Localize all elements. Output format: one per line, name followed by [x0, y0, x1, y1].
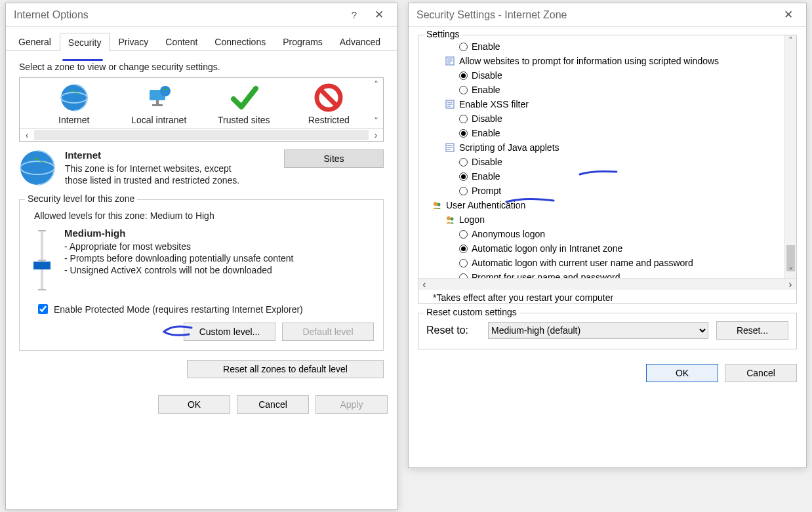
ok-button[interactable]: OK	[646, 364, 718, 382]
tree-option[interactable]: Automatic logon with current user name a…	[445, 256, 794, 270]
svg-point-14	[437, 203, 441, 207]
scroll-right-icon[interactable]: ›	[784, 279, 796, 290]
tree-option[interactable]: Disable	[445, 155, 794, 169]
zone-hscroll[interactable]: ‹ ›	[20, 128, 383, 141]
tree-hscroll[interactable]: ‹ ›	[418, 278, 796, 290]
scroll-left-icon[interactable]: ‹	[418, 279, 430, 290]
cancel-button[interactable]: Cancel	[725, 364, 797, 382]
tree-option[interactable]: Automatic logon only in Intranet zone	[445, 241, 794, 256]
sites-button[interactable]: Sites	[284, 149, 384, 168]
radio-icon[interactable]	[459, 230, 468, 239]
zone-instruction: Select a zone to view or change security…	[19, 62, 384, 72]
tree-option[interactable]: Disable	[445, 111, 794, 126]
radio-icon[interactable]	[459, 245, 468, 253]
zone-scroll-down[interactable]: ˅	[370, 116, 382, 127]
custom-level-button[interactable]: Custom level...	[184, 323, 275, 341]
tree-option[interactable]: Enable	[445, 83, 794, 97]
radio-icon[interactable]	[459, 158, 468, 167]
category-label: Logon	[459, 214, 485, 225]
svg-rect-4	[152, 104, 163, 106]
reset-legend: Reset custom settings	[424, 307, 519, 317]
tree-option[interactable]: Enable	[445, 126, 794, 140]
users-icon	[432, 200, 442, 210]
radio-icon[interactable]	[459, 115, 468, 123]
scroll-right[interactable]: ›	[369, 130, 383, 140]
globe-icon	[60, 83, 89, 112]
zone-trusted-sites[interactable]: Trusted sites	[205, 83, 283, 125]
titlebar: Security Settings - Internet Zone ✕	[409, 3, 806, 27]
zone-internet[interactable]: Internet	[35, 83, 113, 125]
settings-tree[interactable]: EnableAllow websites to prompt for infor…	[418, 35, 796, 278]
reset-all-zones-button[interactable]: Reset all zones to default level	[187, 360, 384, 378]
help-button[interactable]: ?	[342, 9, 367, 20]
tree-option[interactable]: Enable	[445, 169, 794, 184]
restricted-icon	[314, 83, 343, 112]
reset-button[interactable]: Reset...	[716, 321, 788, 340]
tree-option[interactable]: Prompt	[445, 184, 794, 198]
tab-content[interactable]: Content	[157, 32, 206, 50]
zone-selector: ˄ ˅ Internet Local intranet	[19, 77, 384, 142]
scroll-down-icon[interactable]: ˅	[785, 266, 796, 278]
option-label: Enable	[472, 85, 500, 95]
script-icon	[445, 56, 455, 66]
allowed-levels: Allowed levels for this zone: Medium to …	[34, 210, 374, 221]
close-button[interactable]: ✕	[367, 8, 392, 22]
svg-rect-3	[156, 100, 159, 104]
tree-option[interactable]: Disable	[445, 68, 794, 83]
protected-mode-checkbox[interactable]	[38, 304, 48, 314]
close-button[interactable]: ✕	[776, 8, 801, 22]
option-label: Enable	[472, 128, 500, 138]
slider-thumb[interactable]	[33, 262, 51, 269]
radio-icon[interactable]	[459, 86, 468, 94]
tab-programs[interactable]: Programs	[274, 32, 331, 50]
tree-option[interactable]: Enable	[445, 39, 794, 54]
option-label: Prompt	[472, 186, 501, 196]
ok-button[interactable]: OK	[158, 395, 230, 414]
reset-to-select[interactable]: Medium-high (default)	[488, 322, 708, 339]
option-label: Enable	[472, 171, 500, 182]
zone-local-intranet[interactable]: Local intranet	[119, 83, 198, 125]
dialog-footer: OK Cancel Apply	[6, 387, 397, 422]
category-label: Scripting of Java applets	[459, 142, 559, 153]
radio-icon[interactable]	[459, 129, 468, 138]
option-label: Prompt for user name and password	[472, 272, 620, 278]
radio-icon[interactable]	[459, 273, 468, 279]
radio-icon[interactable]	[459, 187, 468, 195]
tab-connections[interactable]: Connections	[206, 32, 274, 50]
radio-icon[interactable]	[459, 172, 468, 181]
globe-large-icon	[19, 149, 56, 186]
tree-vscroll[interactable]: ˄ ˅	[784, 35, 796, 278]
radio-icon[interactable]	[459, 259, 468, 267]
tree-category: Allow websites to prompt for information…	[445, 54, 794, 68]
scroll-track[interactable]	[34, 130, 369, 140]
default-level-button[interactable]: Default level	[282, 323, 374, 341]
tree-category: Enable XSS filter	[445, 97, 794, 111]
dialog-title: Security Settings - Internet Zone	[416, 9, 776, 21]
scroll-left[interactable]: ‹	[20, 130, 34, 140]
zone-scroll-up[interactable]: ˄	[370, 79, 382, 90]
dialog-title: Internet Options	[14, 9, 342, 21]
zone-desc-text: This zone is for Internet websites, exce…	[65, 163, 242, 186]
tab-general[interactable]: General	[10, 32, 60, 50]
checkmark-icon	[230, 83, 258, 112]
option-label: Disable	[472, 113, 502, 124]
zone-description: Internet This zone is for Internet websi…	[19, 149, 384, 186]
protected-mode-label: Enable Protected Mode (requires restarti…	[54, 304, 303, 315]
internet-options-dialog: Internet Options ? ✕ General Security Pr…	[5, 3, 397, 510]
fieldset-legend: Security level for this zone	[25, 193, 137, 204]
cancel-button[interactable]: Cancel	[237, 395, 309, 414]
tab-privacy[interactable]: Privacy	[110, 32, 157, 50]
tab-advanced[interactable]: Advanced	[331, 32, 389, 50]
zone-restricted-sites[interactable]: Restricted	[289, 83, 368, 125]
script-icon	[445, 142, 455, 153]
radio-icon[interactable]	[459, 43, 468, 51]
intranet-icon	[144, 83, 173, 112]
scroll-up-icon[interactable]: ˄	[785, 35, 796, 47]
radio-icon[interactable]	[459, 71, 468, 80]
level-description: Medium-high - Appropriate for most websi…	[64, 227, 293, 290]
tree-option[interactable]: Anonymous logon	[445, 227, 794, 241]
apply-button[interactable]: Apply	[315, 395, 388, 414]
security-slider[interactable]	[29, 227, 55, 290]
tab-security[interactable]: Security	[60, 33, 110, 51]
tree-option[interactable]: Prompt for user name and password	[445, 270, 794, 278]
